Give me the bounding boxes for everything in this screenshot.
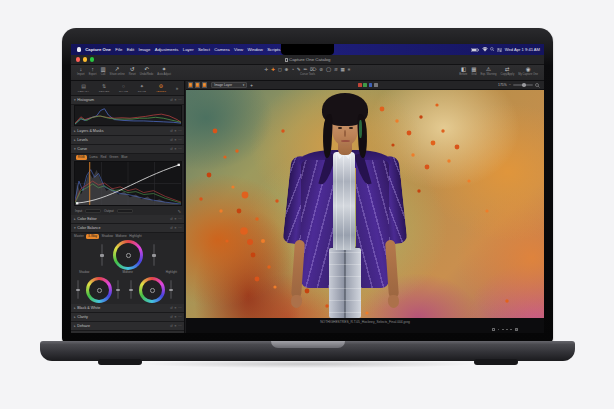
- vignetting-header[interactable]: ▸ Vignetting ↺ ≡ ⋯: [71, 331, 185, 333]
- section-action-icons[interactable]: ↺ ≡ ⋯: [170, 147, 182, 151]
- section-action-icons[interactable]: ↺ ≡ ⋯: [170, 324, 182, 328]
- zoom-slider[interactable]: [513, 84, 533, 85]
- section-action-icons[interactable]: ↺ ≡ ⋯: [170, 129, 182, 133]
- tab-style[interactable]: ✦STYLE: [138, 83, 146, 93]
- thumbnail-nav-icon[interactable]: [492, 328, 495, 331]
- menu-edit[interactable]: Edit: [127, 47, 134, 52]
- clarity-header[interactable]: ▸ Clarity ↺ ≡ ⋯: [71, 313, 185, 322]
- variant-thumbnail[interactable]: [195, 82, 201, 88]
- shadow-saturation-slider[interactable]: [77, 280, 79, 299]
- shadow-luma-slider[interactable]: [117, 280, 119, 299]
- copy-apply-button[interactable]: ⇄Copy/Apply: [501, 66, 515, 76]
- tab-overflow-icon[interactable]: »: [176, 86, 179, 91]
- curve-output-value[interactable]: [117, 209, 133, 213]
- share-online-button[interactable]: ↗Share online: [110, 66, 125, 76]
- undo-redo-button[interactable]: ↶Undo/Redo: [140, 66, 154, 76]
- blue-channel-icon[interactable]: [369, 83, 373, 87]
- menu-layer[interactable]: Layer: [183, 47, 194, 52]
- shadow-color-wheel[interactable]: [86, 277, 112, 303]
- auto-adjust-button[interactable]: ✦Auto Adjust: [157, 66, 171, 76]
- curve-tab-luma[interactable]: Luma: [90, 155, 98, 159]
- midtone-saturation-slider[interactable]: [101, 244, 103, 266]
- reset-button[interactable]: ↺Reset: [129, 66, 136, 76]
- section-action-icons[interactable]: ↺ ≡ ⋯: [170, 315, 182, 319]
- menu-adjustments[interactable]: Adjustments: [155, 47, 179, 52]
- magnifier-icon[interactable]: [535, 83, 540, 88]
- curve-tab-red[interactable]: Red: [101, 155, 107, 159]
- cb-tab-shadow[interactable]: Shadow: [101, 234, 113, 238]
- menu-window[interactable]: Window: [248, 47, 263, 52]
- cursor-tool-more-icon[interactable]: ≡: [348, 66, 351, 73]
- zoom-level-value[interactable]: 175%: [498, 83, 507, 87]
- gray-channel-icon[interactable]: [374, 83, 378, 87]
- curve-graph[interactable]: [74, 161, 182, 206]
- layer-select-dropdown[interactable]: Image Layer ▾: [211, 82, 247, 88]
- cb-tab-midtone[interactable]: Midtone: [115, 234, 126, 238]
- menu-view[interactable]: View: [234, 47, 243, 52]
- midtone-luma-slider[interactable]: [153, 244, 155, 266]
- curve-input-value[interactable]: [85, 209, 101, 213]
- apple-menu-icon[interactable]: [77, 47, 81, 52]
- filmstrip-toggle-icon[interactable]: [515, 328, 518, 331]
- cursor-tool-grid-icon[interactable]: ▦: [341, 66, 345, 73]
- zoom-out-icon[interactable]: −: [509, 83, 511, 87]
- search-icon[interactable]: [490, 47, 495, 52]
- cursor-tool-clone-icon[interactable]: ◯: [326, 66, 331, 73]
- menu-select[interactable]: Select: [198, 47, 210, 52]
- menu-camera[interactable]: Camera: [214, 47, 229, 52]
- curve-header[interactable]: ▾ Curve ↺ ≡ ⋯: [71, 145, 185, 154]
- cursor-tool-heal-icon[interactable]: ⊘: [319, 66, 323, 73]
- eyedropper-icon[interactable]: ✎: [178, 209, 181, 214]
- menu-capture-one[interactable]: Capture One: [85, 47, 111, 52]
- cursor-tool-rotate-icon[interactable]: ⊕: [285, 66, 289, 73]
- add-layer-button[interactable]: +: [250, 83, 253, 88]
- red-channel-icon[interactable]: [358, 83, 362, 87]
- menu-file[interactable]: File: [115, 47, 122, 52]
- section-action-icons[interactable]: ↺ ≡ ⋯: [170, 138, 182, 142]
- menu-image[interactable]: Image: [138, 47, 150, 52]
- cursor-tool-erase-icon[interactable]: ⌦: [310, 66, 317, 73]
- section-action-icons[interactable]: ↺ ≡ ⋯: [170, 306, 182, 310]
- cursor-tool-crop-icon[interactable]: ◻: [278, 66, 282, 73]
- tab-tether[interactable]: ⇅TETHER: [99, 83, 110, 93]
- color-balance-header[interactable]: ▾ Color Balance ↺ ≡ ⋯: [71, 224, 185, 233]
- color-editor-header[interactable]: ▸ Color Editor ↺ ≡ ⋯: [71, 215, 185, 224]
- section-action-icons[interactable]: ↺ ≡ ⋯: [170, 98, 182, 102]
- pager-controls[interactable]: [492, 328, 518, 331]
- cursor-tool-brush-icon[interactable]: ✏: [303, 66, 307, 73]
- cb-tab-3way[interactable]: 3-Way: [86, 234, 99, 239]
- black-white-header[interactable]: ▸ Black & White ↺ ≡ ⋯: [71, 304, 185, 313]
- cb-tab-highlight[interactable]: Highlight: [129, 234, 141, 238]
- my-capture-one-button[interactable]: ◉My Capture One: [518, 66, 538, 76]
- green-channel-icon[interactable]: [363, 83, 367, 87]
- highlight-luma-slider[interactable]: [170, 280, 172, 299]
- highlight-color-wheel[interactable]: [139, 277, 165, 303]
- section-action-icons[interactable]: ↺ ≡ ⋯: [170, 217, 182, 221]
- export-button[interactable]: ↑Export: [89, 66, 97, 76]
- photo-canvas[interactable]: [186, 90, 544, 318]
- control-center-icon[interactable]: [497, 48, 502, 52]
- midtone-color-wheel[interactable]: [113, 240, 143, 270]
- battery-icon[interactable]: [471, 48, 479, 52]
- variant-thumbnail[interactable]: [188, 82, 194, 88]
- cursor-tool-spot-icon[interactable]: ◔: [291, 66, 294, 73]
- curve-tab-blue[interactable]: Blue: [121, 155, 127, 159]
- tab-shape[interactable]: ○SHAPE: [119, 83, 128, 93]
- cull-button[interactable]: ▥Cull: [100, 66, 105, 76]
- levels-header[interactable]: ▸ Levels ↺ ≡ ⋯: [71, 136, 185, 145]
- cursor-tool-draw-mask-icon[interactable]: ✎: [297, 66, 301, 73]
- before-button[interactable]: ◧Before: [459, 66, 467, 76]
- import-button[interactable]: ↓Import: [77, 66, 85, 76]
- grid-button[interactable]: ▦Grid: [471, 66, 476, 76]
- menu-scripts[interactable]: Scripts: [267, 47, 280, 52]
- variant-thumbnail[interactable]: [202, 82, 208, 88]
- tab-adjust[interactable]: ⚙ADJUST: [156, 83, 166, 93]
- cb-tab-master[interactable]: Master: [74, 234, 84, 238]
- exposure-warning-button[interactable]: ⚠Exp. Warning: [480, 66, 496, 76]
- curve-tab-rgb[interactable]: RGB: [76, 155, 87, 160]
- highlight-saturation-slider[interactable]: [130, 280, 132, 299]
- cursor-tool-gradient-icon[interactable]: ≋: [334, 66, 338, 73]
- layers-masks-header[interactable]: ▸ Layers & Masks ↺ ≡ ⋯: [71, 127, 185, 136]
- histogram-header[interactable]: ▾ Histogram ↺ ≡ ⋯: [71, 96, 185, 105]
- tab-library[interactable]: ▤LIBRARY: [78, 83, 89, 93]
